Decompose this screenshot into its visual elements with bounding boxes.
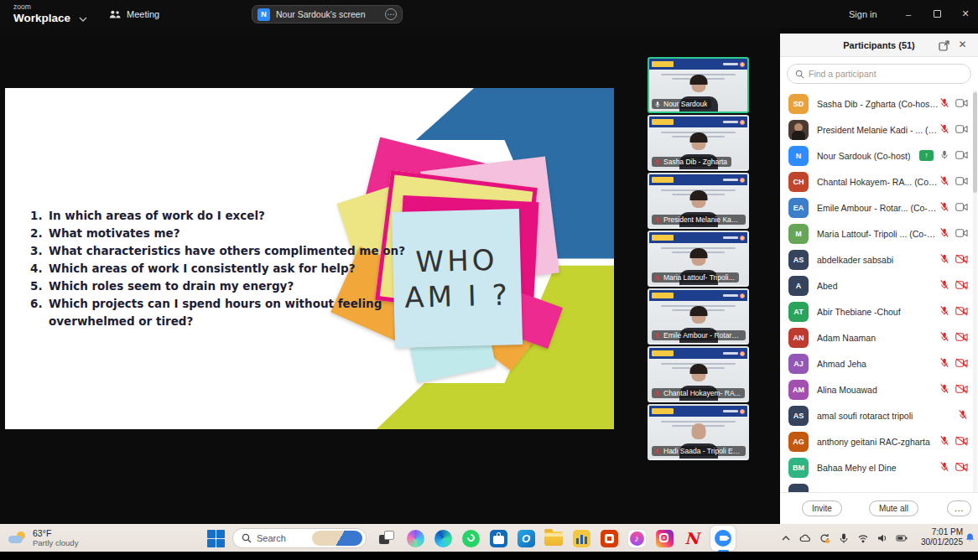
- mute-all-button[interactable]: Mute all: [869, 500, 918, 516]
- row-icons: ↑: [939, 200, 968, 215]
- sign-in-button[interactable]: Sign in: [849, 0, 877, 28]
- slide-questions: 1.In which areas of work do I excel? 2.W…: [30, 207, 391, 330]
- participant-row[interactable]: AAbed↑: [780, 272, 978, 298]
- app-icon-chart-app[interactable]: [571, 528, 591, 548]
- app-icon-file-explorer[interactable]: [544, 528, 564, 548]
- app-icon-itunes[interactable]: ♪: [627, 528, 647, 548]
- avatar: AT: [788, 302, 809, 322]
- mic-muted-icon: [654, 332, 661, 340]
- participant-row[interactable]: SDSasha Dib - Zgharta (Co-host, me)↑: [780, 91, 978, 117]
- video-tile-chantal-hokayem[interactable]: Chantal Hokayem- RA...: [648, 346, 749, 402]
- video-tile-emile-ambour[interactable]: Emile Ambour - Rotara...: [648, 288, 749, 345]
- video-name-tag: Maria Lattouf- Tripoli...: [652, 272, 739, 283]
- participant-row[interactable]: MMaria Lattouf- Tripoli ... (Co-host)↑: [780, 220, 978, 246]
- participant-name: Alina Mouawad: [817, 385, 877, 395]
- start-button[interactable]: [206, 529, 225, 547]
- speaker-icon[interactable]: [877, 532, 888, 544]
- app-icon-edge[interactable]: [433, 528, 453, 548]
- participant-name: Maria Lattouf- Tripoli ... (Co-host): [817, 229, 939, 239]
- app-icon-instagram[interactable]: [654, 528, 674, 548]
- participant-row[interactable]: BMBahaa Mehy el Dine↑: [780, 454, 978, 480]
- wifi-icon[interactable]: [857, 532, 869, 544]
- mic-muted-icon: [654, 390, 661, 397]
- popout-icon[interactable]: [939, 39, 949, 50]
- video-tile-hadi-saada[interactable]: Hadi Saada - Tripoli El-...: [648, 404, 749, 460]
- row-icons: ↑: [939, 252, 968, 267]
- more-options-button[interactable]: ...: [947, 500, 971, 516]
- clock-date: 30/01/2025: [913, 537, 963, 547]
- maximize-button[interactable]: [923, 0, 951, 28]
- close-button[interactable]: ✕: [951, 0, 978, 28]
- video-thumbnail-strip: Nour Sardouk Sasha Dib - Zgharta Preside…: [648, 57, 749, 462]
- app-icon-microsoft-store[interactable]: [488, 528, 508, 548]
- screen-share-icon: ↑: [919, 150, 934, 161]
- search-label: Search: [257, 533, 307, 543]
- scrollbar-thumb[interactable]: [973, 92, 977, 193]
- app-icon-netflix[interactable]: N: [682, 528, 702, 548]
- tray-chevron-up-icon[interactable]: [780, 532, 792, 544]
- participant-row[interactable]: NNour Sardouk (Co-host)↑: [780, 143, 978, 169]
- row-icons: ↑: [939, 434, 968, 449]
- app-icon-zoom-active[interactable]: [710, 526, 736, 551]
- row-icons: ↑: [939, 122, 968, 137]
- battery-icon[interactable]: [896, 532, 908, 544]
- shared-screen-pill[interactable]: N Nour Sardouk's screen ⋯: [252, 5, 403, 23]
- search-icon: [242, 533, 252, 543]
- participant-row[interactable]: [780, 480, 978, 492]
- more-options-icon[interactable]: ⋯: [385, 8, 397, 20]
- camera-icon: [955, 356, 968, 371]
- camera-icon: [955, 304, 968, 319]
- chevron-down-icon[interactable]: [79, 10, 87, 18]
- avatar: A: [788, 276, 809, 296]
- tab-meeting[interactable]: Meeting: [109, 9, 159, 19]
- meeting-tab-label: Meeting: [127, 9, 159, 19]
- participant-row[interactable]: EAEmile Ambour - Rotar... (Co-host)↑: [780, 194, 978, 220]
- minimize-button[interactable]: –: [894, 0, 923, 28]
- video-name-tag: President Melanie Kadi...: [652, 215, 746, 225]
- avatar: BM: [788, 458, 809, 478]
- weather-desc: Partly cloudy: [33, 538, 78, 547]
- video-tile-melanie-kadi[interactable]: President Melanie Kadi...: [648, 173, 749, 229]
- sync-update-icon[interactable]: [819, 532, 830, 544]
- participant-row[interactable]: ATAbir Thebiane -Chouf↑: [780, 298, 978, 324]
- participant-row[interactable]: President Melanie Kadi - ... (Host)↑: [780, 117, 978, 143]
- notification-bell-icon[interactable]: [965, 531, 975, 543]
- app-icon-copilot[interactable]: [405, 528, 425, 548]
- mic-icon: [958, 408, 968, 423]
- participant-name: anthony geitani RAC-zgharta: [817, 437, 930, 447]
- invite-button[interactable]: Invite: [802, 500, 842, 516]
- participant-row[interactable]: AGanthony geitani RAC-zgharta↑: [780, 428, 978, 454]
- participant-row[interactable]: CHChantal Hokayem- RA... (Co-host)↑: [780, 169, 978, 194]
- app-icon-office[interactable]: [599, 528, 619, 548]
- video-tile-sasha-dib[interactable]: Sasha Dib - Zgharta: [648, 115, 749, 171]
- search-input[interactable]: [809, 69, 963, 79]
- participant-row[interactable]: ASabdelkader sabsabi↑: [780, 246, 978, 272]
- app-icon-whatsapp[interactable]: [460, 528, 481, 548]
- participant-row[interactable]: AMAlina Mouawad↑: [780, 376, 978, 402]
- task-view-button[interactable]: [379, 531, 394, 544]
- participant-name: Chantal Hokayem- RA... (Co-host): [817, 177, 939, 187]
- participant-row[interactable]: ASamal soufi rotaract tripoli↑: [780, 402, 978, 428]
- participant-row[interactable]: AJAhmad Jeha↑: [780, 350, 978, 376]
- video-name-tag: Nour Sardouk: [652, 99, 711, 109]
- video-tile-nour-sardouk[interactable]: Nour Sardouk: [648, 57, 749, 113]
- participant-search[interactable]: [787, 64, 971, 84]
- microphone-icon[interactable]: [838, 532, 850, 544]
- mic-icon: [939, 330, 949, 345]
- virtual-bg-banner: [649, 290, 747, 301]
- mic-icon: [939, 252, 949, 267]
- participants-list[interactable]: SDSasha Dib - Zgharta (Co-host, me)↑ Pre…: [780, 91, 978, 492]
- video-tile-maria-lattouf[interactable]: Maria Lattouf- Tripoli...: [648, 231, 749, 287]
- participant-row[interactable]: ANAdam Naaman↑: [780, 324, 978, 350]
- weather-widget[interactable]: 63°F Partly cloudy: [8, 528, 134, 547]
- weather-temp: 63°F: [33, 528, 78, 538]
- onedrive-icon[interactable]: [799, 532, 811, 544]
- app-icon-outlook[interactable]: O: [516, 528, 536, 548]
- question-item-wrap: overwhelmed or tired?: [49, 313, 391, 330]
- mic-icon: [939, 278, 949, 293]
- taskbar-search[interactable]: Search: [232, 528, 367, 548]
- shared-screen-stage: WHO AM I ? 1.In which areas of work do I…: [0, 28, 780, 524]
- taskbar-clock[interactable]: 7:01 PM 30/01/2025: [913, 527, 963, 547]
- close-panel-icon[interactable]: ✕: [957, 39, 968, 50]
- question-item: 5.Which roles seem to drain my energy?: [30, 277, 391, 295]
